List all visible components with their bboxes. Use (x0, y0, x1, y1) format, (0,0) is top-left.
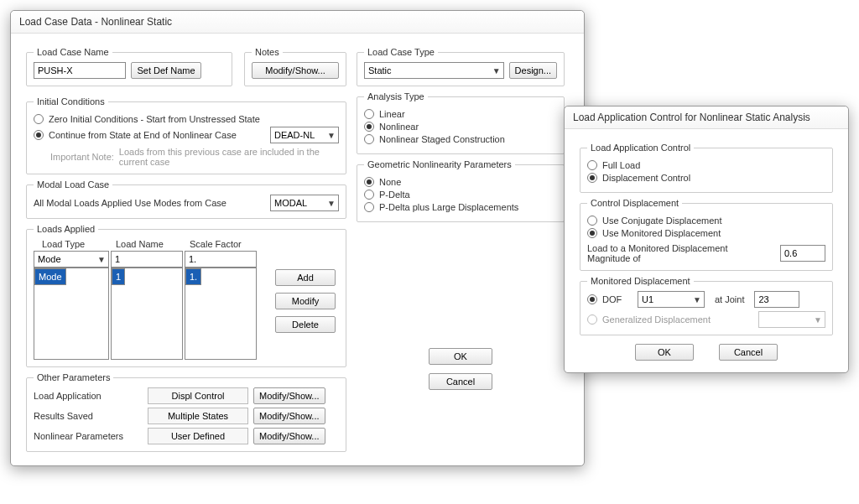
load-application-control-window: Load Application Control for Nonlinear S… (564, 106, 849, 373)
chevron-down-icon: ▼ (810, 315, 822, 325)
legend-analysis-type: Analysis Type (364, 91, 428, 101)
legend-loads-applied: Loads Applied (34, 224, 98, 234)
dof-select[interactable]: U1▼ (638, 291, 705, 308)
delete-button[interactable]: Delete (275, 316, 336, 333)
chevron-down-icon: ▼ (489, 66, 501, 75)
radio-generalized-disp: Generalized Displacement (587, 314, 753, 325)
radio-geo-pdelta-large[interactable]: P-Delta plus Large Displacements (364, 202, 557, 212)
radio-continue-state[interactable]: Continue from State at End of Nonlinear … (34, 130, 237, 140)
prev-case-select[interactable]: DEAD-NL▼ (270, 127, 339, 143)
legend-load-application-control: Load Application Control (587, 143, 694, 153)
radio-label: Nonlinear (379, 122, 419, 132)
joint-input[interactable] (754, 291, 799, 308)
group-control-displacement: Control Displacement Use Conjugate Displ… (580, 198, 833, 271)
legend-load-case-type: Load Case Type (364, 47, 438, 57)
legend-geometric-nonlinearity: Geometric Nonlinearity Parameters (364, 159, 515, 169)
radio-nonlinear-staged[interactable]: Nonlinear Staged Construction (364, 134, 557, 144)
group-geometric-nonlinearity: Geometric Nonlinearity Parameters None P… (357, 159, 565, 222)
radio-full-load[interactable]: Full Load (587, 160, 825, 170)
legend-modal-load-case: Modal Load Case (34, 179, 112, 190)
radio-label: P-Delta (379, 190, 410, 200)
important-note-text: Loads from this previous case are includ… (119, 147, 339, 167)
group-load-case-type: Load Case Type Static▼ Design... (357, 47, 565, 86)
load-case-data-window: Load Case Data - Nonlinear Static Load C… (10, 10, 585, 466)
radio-linear[interactable]: Linear (364, 109, 557, 119)
legend-other-parameters: Other Parameters (34, 372, 113, 382)
legend-control-displacement: Control Displacement (587, 198, 682, 208)
group-analysis-type: Analysis Type Linear Nonlinear Nonlinear… (357, 91, 565, 154)
cancel-button[interactable]: Cancel (429, 373, 492, 390)
group-modal-load-case: Modal Load Case All Modal Loads Applied … (26, 179, 346, 219)
radio-nonlinear[interactable]: Nonlinear (364, 122, 557, 132)
chevron-down-icon: ▼ (94, 255, 106, 264)
nonlinear-params-modify-button[interactable]: Modify/Show... (253, 428, 325, 444)
select-value: Static (368, 65, 392, 75)
radio-label: P-Delta plus Large Displacements (379, 202, 518, 212)
other-label: Results Saved (34, 411, 143, 421)
design-button[interactable]: Design... (509, 62, 557, 79)
radio-dof[interactable]: DOF (587, 294, 633, 304)
select-value: MODAL (274, 198, 307, 208)
radio-label: Linear (379, 109, 405, 119)
radio-geo-none[interactable]: None (364, 177, 557, 187)
list-item[interactable]: 1. (185, 268, 201, 285)
set-def-name-button[interactable]: Set Def Name (131, 62, 201, 79)
magnitude-input[interactable] (780, 245, 825, 262)
modal-text: All Modal Loads Applied Use Modes from C… (34, 198, 226, 208)
scale-list[interactable]: 1. (185, 268, 257, 360)
list-item[interactable]: Mode (34, 268, 66, 285)
at-joint-label: at Joint (715, 294, 744, 304)
results-saved-value: Multiple States (148, 408, 248, 424)
load-type-select[interactable]: Mode▼ (34, 251, 109, 268)
load-name-list[interactable]: 1 (111, 268, 183, 360)
cancel-button[interactable]: Cancel (719, 344, 778, 361)
legend-load-case-name: Load Case Name (34, 47, 112, 57)
add-button[interactable]: Add (275, 269, 336, 286)
group-loads-applied: Loads Applied Load Type Load Name Scale … (26, 224, 346, 367)
radio-label: Generalized Displacement (602, 314, 711, 325)
chevron-down-icon: ▼ (324, 199, 336, 208)
list-item[interactable]: 1 (112, 268, 125, 285)
group-load-application-control: Load Application Control Full Load Displ… (580, 143, 833, 193)
notes-modify-button[interactable]: Modify/Show... (252, 62, 339, 79)
radio-label: Nonlinear Staged Construction (379, 134, 505, 144)
radio-displacement-control[interactable]: Displacement Control (587, 173, 825, 183)
scale-factor-input[interactable] (185, 251, 257, 268)
ok-button[interactable]: OK (429, 348, 492, 365)
header-load-type: Load Type (34, 239, 109, 249)
other-label: Load Application (34, 391, 143, 401)
nonlinear-params-value: User Defined (148, 428, 248, 444)
load-application-modify-button[interactable]: Modify/Show... (253, 387, 325, 404)
radio-conjugate-disp[interactable]: Use Conjugate Displacement (587, 216, 825, 226)
ok-button[interactable]: OK (635, 344, 694, 361)
radio-label: Continue from State at End of Nonlinear … (49, 130, 237, 140)
legend-notes: Notes (252, 47, 283, 57)
radio-monitored-disp[interactable]: Use Monitored Displacement (587, 228, 825, 238)
radio-label: DOF (602, 294, 622, 304)
header-scale: Scale Factor (185, 239, 257, 249)
modal-case-select[interactable]: MODAL▼ (270, 195, 339, 211)
group-other-parameters: Other Parameters Load Application Displ … (26, 372, 346, 452)
radio-label: None (379, 177, 401, 187)
radio-label: Use Conjugate Displacement (602, 216, 721, 226)
load-case-name-input[interactable] (34, 62, 126, 79)
group-notes: Notes Modify/Show... (244, 47, 346, 86)
load-case-type-select[interactable]: Static▼ (364, 62, 504, 79)
magnitude-label: Load to a Monitored Displacement Magnitu… (587, 243, 770, 263)
radio-label: Full Load (602, 160, 640, 170)
modify-button[interactable]: Modify (275, 293, 336, 309)
group-initial-conditions: Initial Conditions Zero Initial Conditio… (26, 96, 346, 174)
results-saved-modify-button[interactable]: Modify/Show... (253, 408, 325, 424)
window-title: Load Application Control for Nonlinear S… (565, 107, 848, 129)
radio-label: Zero Initial Conditions - Start from Uns… (49, 114, 260, 124)
select-value: DEAD-NL (274, 130, 315, 140)
radio-zero-initial[interactable]: Zero Initial Conditions - Start from Uns… (34, 114, 339, 124)
group-load-case-name: Load Case Name Set Def Name (26, 47, 232, 86)
load-type-list[interactable]: Mode (34, 268, 109, 360)
radio-label: Use Monitored Displacement (602, 228, 721, 238)
generalized-select: ▼ (758, 311, 825, 328)
load-name-input[interactable] (111, 251, 183, 268)
radio-label: Displacement Control (602, 173, 690, 183)
legend-initial-conditions: Initial Conditions (34, 96, 108, 107)
radio-geo-pdelta[interactable]: P-Delta (364, 190, 557, 200)
